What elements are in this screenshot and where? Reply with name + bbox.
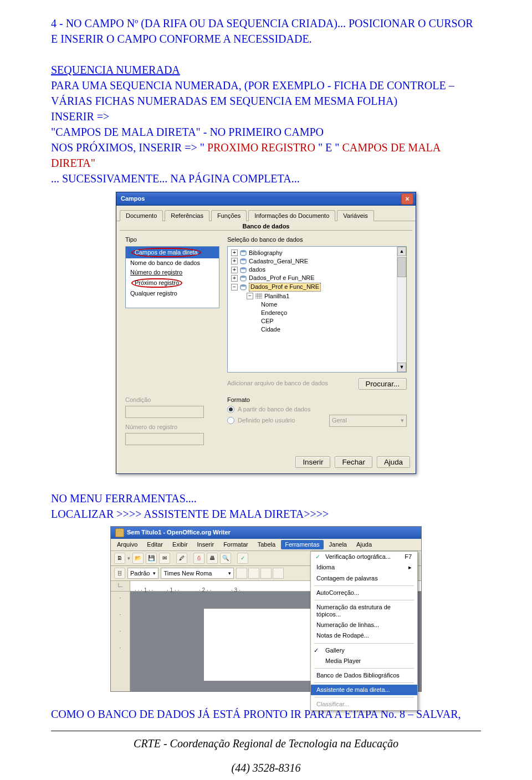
tree-field-2[interactable]: CEP xyxy=(261,317,404,325)
svg-point-3 xyxy=(241,276,246,278)
procurar-button[interactable]: Procurar... xyxy=(359,378,407,390)
tab-documento[interactable]: Documento xyxy=(120,210,163,221)
tree-field-1[interactable]: Endereço xyxy=(261,309,404,317)
dd-notas-rodape[interactable]: Notas de Rodapé... xyxy=(311,630,417,641)
dialog-tabs: Documento Referências Funções Informaçõe… xyxy=(116,206,416,221)
tab-variaveis[interactable]: Variáveis xyxy=(337,210,374,221)
footer-divider xyxy=(51,731,481,731)
database-icon xyxy=(240,284,247,290)
menu-exibir[interactable]: Exibir xyxy=(168,540,192,549)
dd-gallery[interactable]: ✓Gallery xyxy=(311,645,417,656)
align-right-icon[interactable] xyxy=(260,568,272,579)
styles-icon[interactable]: ⌸ xyxy=(114,568,125,579)
db-tree[interactable]: +Bibliography +Cadastro_Geral_NRE +dados… xyxy=(227,246,407,373)
dd-idioma[interactable]: Idioma▸ xyxy=(311,562,417,573)
plus-icon[interactable]: + xyxy=(231,249,238,256)
tab-active[interactable]: Banco de dados xyxy=(116,221,416,230)
menu-ferramentas[interactable]: Ferramentas xyxy=(281,540,323,549)
dd-autocorrecao[interactable]: AutoCorreção... xyxy=(311,588,417,598)
save-icon[interactable]: 💾 xyxy=(146,553,157,564)
menu-editar[interactable]: Editar xyxy=(143,540,167,549)
formato-label: Formato xyxy=(227,396,407,404)
menu-bar: Arquivo Editar Exibir Inserir Formatar T… xyxy=(111,539,421,551)
svg-point-0 xyxy=(241,250,246,252)
menu-ajuda[interactable]: Ajuda xyxy=(352,540,376,549)
dd-verif-ort[interactable]: ✓Verificação ortográfica...F7 xyxy=(311,552,417,562)
seq-direta-red: DIRETA" xyxy=(51,157,95,169)
tipo-item-0[interactable]: Campos de mala direta xyxy=(131,248,201,257)
seq-para2: VÁRIAS FICHAS NUMERADAS EM SEQUENCIA EM … xyxy=(51,95,397,107)
tipo-label: Tipo xyxy=(125,236,219,243)
dd-assistente-mala[interactable]: Assistente de mala direta... xyxy=(311,685,417,695)
tipo-item-3[interactable]: Próximo registro xyxy=(131,278,182,288)
print-icon[interactable]: 🖶 xyxy=(207,553,218,564)
tree-field-0[interactable]: Nome xyxy=(261,300,404,309)
tab-funcoes[interactable]: Funções xyxy=(211,210,247,221)
tree-item-4[interactable]: Dados_Prof e Func_NRE xyxy=(249,283,321,291)
new-doc-icon[interactable]: 🗎 xyxy=(114,553,125,564)
plus-icon[interactable]: + xyxy=(231,267,238,273)
scroll-down-icon[interactable]: ▼ xyxy=(397,363,406,372)
align-center-icon[interactable] xyxy=(248,568,259,579)
radio-db-format[interactable] xyxy=(227,406,234,413)
inserir-button[interactable]: Inserir xyxy=(295,456,330,468)
ruler-button[interactable]: ∟ xyxy=(111,581,130,591)
close-icon[interactable]: × xyxy=(401,193,413,205)
tipo-item-1[interactable]: Nome do banco de dados xyxy=(126,258,219,268)
plus-icon[interactable]: + xyxy=(231,258,238,264)
chevron-down-icon: ▾ xyxy=(153,570,156,577)
tab-referencias[interactable]: Referências xyxy=(165,210,209,221)
plus-icon[interactable]: + xyxy=(231,275,238,282)
minus-icon[interactable]: − xyxy=(247,293,253,299)
font-select[interactable]: Times New Roma▾ xyxy=(161,568,234,579)
style-select[interactable]: Padrão▾ xyxy=(127,568,158,579)
tipo-item-2[interactable]: Número do registro xyxy=(130,269,182,276)
align-left-icon[interactable] xyxy=(236,568,247,579)
scrollbar[interactable]: ▲ ▼ xyxy=(397,247,406,372)
writer-title: Sem Título1 - OpenOffice.org Writer xyxy=(127,529,231,536)
tab-infodoc[interactable]: Informações do Documento xyxy=(248,210,335,221)
dd-num-linhas[interactable]: Numeração de linhas... xyxy=(311,620,417,630)
menu-janela[interactable]: Janela xyxy=(325,540,351,549)
dd-media-player[interactable]: Media Player xyxy=(311,656,417,666)
dd-contagem[interactable]: Contagem de palavras xyxy=(311,573,417,584)
condicao-label: Condição xyxy=(125,396,219,404)
edit-doc-icon[interactable]: 🖉 xyxy=(176,553,187,564)
dd-banco-biblio[interactable]: Banco de Dados Bibliográficos xyxy=(311,670,417,681)
tipo-item-4[interactable]: Qualquer registro xyxy=(126,289,219,298)
open-icon[interactable]: 📂 xyxy=(132,553,144,564)
numreg-label: Número do registro xyxy=(125,424,219,431)
menu-formatar[interactable]: Formatar xyxy=(219,540,252,549)
tipo-list[interactable]: Campos de mala direta Nome do banco de d… xyxy=(125,246,219,308)
tree-planilha[interactable]: Planilha1 xyxy=(264,293,289,300)
svg-point-1 xyxy=(241,258,246,261)
app-icon xyxy=(115,528,124,537)
seq-sucess: ... SUCESSIVAMENTE... NA PÁGINA COMPLETA… xyxy=(51,172,300,185)
fechar-button[interactable]: Fechar xyxy=(335,456,372,468)
scroll-up-icon[interactable]: ▲ xyxy=(397,247,406,256)
tree-item-0[interactable]: Bibliography xyxy=(249,249,283,257)
preview-icon[interactable]: 🔍 xyxy=(220,553,231,564)
mail-icon[interactable]: ✉ xyxy=(159,553,170,564)
tree-item-3[interactable]: Dados_Prof e Fun_NRE xyxy=(249,274,315,282)
minus-icon[interactable]: − xyxy=(231,284,238,290)
vertical-ruler[interactable]: ···· xyxy=(111,592,130,691)
section4-line1: 4 - NO CAMPO Nº (DA RIFA OU DA SEQUENCIA… xyxy=(51,17,473,29)
menu-inserir[interactable]: Inserir xyxy=(193,540,218,549)
tree-field-3[interactable]: Cidade xyxy=(261,325,404,334)
condicao-input xyxy=(125,406,204,418)
tree-item-2[interactable]: dados xyxy=(249,266,265,273)
menu-tabela[interactable]: Tabela xyxy=(254,540,279,549)
spellcheck-icon[interactable]: ✓ xyxy=(237,553,248,564)
dialog-title: Campos xyxy=(121,195,145,202)
menu-arquivo[interactable]: Arquivo xyxy=(113,540,141,549)
ajuda-button[interactable]: Ajuda xyxy=(377,456,410,468)
tree-item-1[interactable]: Cadastro_Geral_NRE xyxy=(249,258,308,265)
align-justify-icon[interactable] xyxy=(273,568,284,579)
export-pdf-icon[interactable]: ⎙ xyxy=(193,553,204,564)
scroll-thumb[interactable] xyxy=(397,257,406,277)
seq-campos: "CAMPOS DE MALA DIRETA" - NO PRIMEIRO CA… xyxy=(51,126,324,138)
dd-num-estrutura[interactable]: Numeração da estrutura de tópicos... xyxy=(311,602,417,620)
radio-user-format[interactable] xyxy=(227,417,234,424)
table-icon xyxy=(255,293,262,299)
